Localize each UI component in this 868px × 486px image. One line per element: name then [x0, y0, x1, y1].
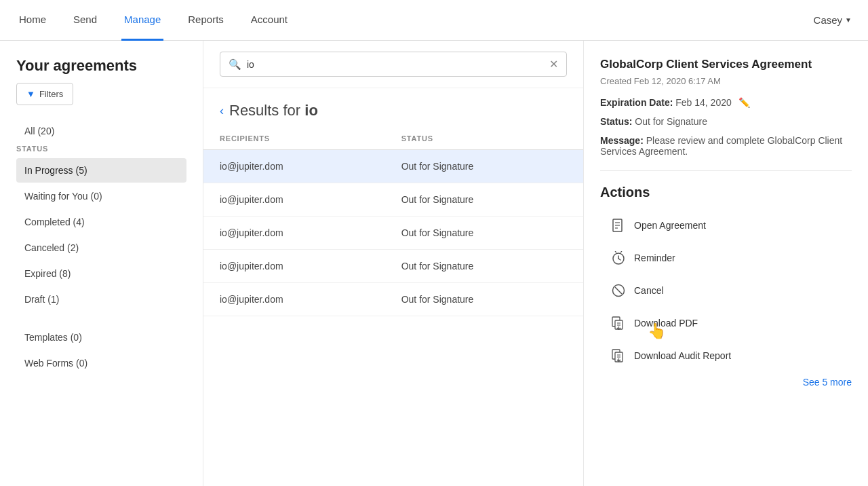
message-row: Message: Please review and complete Glob… [600, 135, 852, 157]
status-row: Status: Out for Signature [600, 116, 852, 127]
action-cancel[interactable]: Cancel [600, 275, 852, 306]
open-agreement-label: Open Agreement [634, 220, 706, 231]
nav-home[interactable]: Home [16, 0, 49, 41]
action-open-agreement[interactable]: Open Agreement [600, 210, 852, 241]
status-cell: Out for Signature [385, 183, 583, 217]
status-cell: Out for Signature [385, 283, 583, 316]
status-cell: Out for Signature [385, 217, 583, 250]
clock-icon [611, 250, 626, 265]
filter-icon: ▼ [26, 89, 35, 99]
actions-title: Actions [600, 185, 852, 200]
action-download-pdf[interactable]: Download PDF [600, 307, 852, 339]
recipient-cell: io@jupiter.dom [203, 183, 385, 217]
status-cell: Out for Signature [385, 250, 583, 283]
sidebar-item-in-progress[interactable]: In Progress (5) [16, 158, 186, 183]
sidebar-section: All (20) STATUS In Progress (5) Waiting … [0, 119, 203, 375]
results-title: Results for io [229, 102, 318, 119]
cancel-label: Cancel [634, 285, 664, 296]
sidebar-item-templates[interactable]: Templates (0) [16, 325, 186, 350]
sidebar-item-all[interactable]: All (20) [16, 119, 186, 143]
filters-button[interactable]: ▼ Filters [16, 83, 73, 105]
back-arrow-icon[interactable]: ‹ [220, 104, 224, 118]
col-recipients: RECIPIENTS [203, 128, 385, 150]
reminder-label: Reminder [634, 253, 675, 263]
action-reminder[interactable]: Reminder [600, 242, 852, 274]
nav-manage[interactable]: Manage [121, 0, 163, 41]
expiration-label: Expiration Date: [600, 97, 673, 108]
expiration-row: Expiration Date: Feb 14, 2020 ✏️ [600, 97, 852, 108]
table-row[interactable]: io@jupiter.dom Out for Signature [203, 283, 583, 316]
svg-line-7 [615, 251, 616, 253]
table-row[interactable]: io@jupiter.dom Out for Signature [203, 183, 583, 217]
message-label: Message: [600, 135, 644, 146]
document-icon [611, 218, 626, 233]
download-audit-icon [611, 348, 626, 363]
see-more-link[interactable]: See 5 more [600, 377, 852, 388]
status-cell: Out for Signature [385, 150, 583, 183]
filters-label: Filters [39, 89, 63, 99]
chevron-down-icon: ▼ [845, 16, 852, 24]
recipient-cell: io@jupiter.dom [203, 150, 385, 183]
table-container: RECIPIENTS STATUS io@jupiter.dom Out for… [203, 128, 583, 486]
action-download-audit[interactable]: Download Audit Report [600, 340, 852, 371]
download-pdf-label: Download PDF [634, 318, 698, 329]
table-row[interactable]: io@jupiter.dom Out for Signature [203, 150, 583, 183]
agreement-title: GlobalCorp Client Services Agreement [600, 57, 852, 72]
sidebar-item-webforms[interactable]: Web Forms (0) [16, 351, 186, 375]
recipient-cell: io@jupiter.dom [203, 283, 385, 316]
table-row[interactable]: io@jupiter.dom Out for Signature [203, 250, 583, 283]
top-nav: Home Send Manage Reports Account Casey ▼ [0, 0, 868, 41]
download-pdf-icon [611, 316, 626, 331]
search-clear-icon[interactable]: ✕ [549, 58, 558, 71]
sidebar-item-draft[interactable]: Draft (1) [16, 287, 186, 312]
col-status: STATUS [385, 128, 583, 150]
results-table: RECIPIENTS STATUS io@jupiter.dom Out for… [203, 128, 583, 316]
svg-line-8 [620, 251, 622, 253]
agreement-created: Created Feb 12, 2020 6:17 AM [600, 76, 852, 86]
search-bar-row: 🔍 ✕ [203, 41, 583, 88]
results-header: ‹ Results for io [203, 88, 583, 128]
nav-account[interactable]: Account [248, 0, 290, 41]
edit-expiration-icon[interactable]: ✏️ [738, 97, 750, 108]
panel-divider [600, 170, 852, 171]
status-section-label: STATUS [16, 145, 186, 153]
user-menu[interactable]: Casey ▼ [814, 14, 852, 26]
sidebar-item-completed[interactable]: Completed (4) [16, 210, 186, 234]
sidebar-title: Your agreements [16, 57, 137, 75]
table-row[interactable]: io@jupiter.dom Out for Signature [203, 217, 583, 250]
right-panel: GlobalCorp Client Services Agreement Cre… [583, 41, 868, 486]
sidebar-item-waiting[interactable]: Waiting for You (0) [16, 184, 186, 208]
search-wrapper: 🔍 ✕ [220, 52, 567, 77]
main-layout: Your agreements ▼ Filters All (20) STATU… [0, 41, 868, 486]
download-audit-label: Download Audit Report [634, 350, 731, 361]
status-label: Status: [600, 116, 632, 127]
sidebar: Your agreements ▼ Filters All (20) STATU… [0, 41, 203, 486]
nav-reports[interactable]: Reports [185, 0, 226, 41]
sidebar-item-canceled[interactable]: Canceled (2) [16, 236, 186, 260]
search-icon: 🔍 [229, 58, 241, 71]
center-content: 🔍 ✕ ‹ Results for io RECIPIENTS STATUS [203, 41, 583, 486]
recipient-cell: io@jupiter.dom [203, 250, 385, 283]
sidebar-item-expired[interactable]: Expired (8) [16, 261, 186, 286]
nav-items: Home Send Manage Reports Account [16, 0, 814, 41]
recipient-cell: io@jupiter.dom [203, 217, 385, 250]
username: Casey [814, 14, 843, 26]
search-input[interactable] [247, 59, 544, 70]
nav-send[interactable]: Send [71, 0, 100, 41]
status-value: Out for Signature [635, 116, 707, 127]
cancel-icon [611, 283, 626, 298]
